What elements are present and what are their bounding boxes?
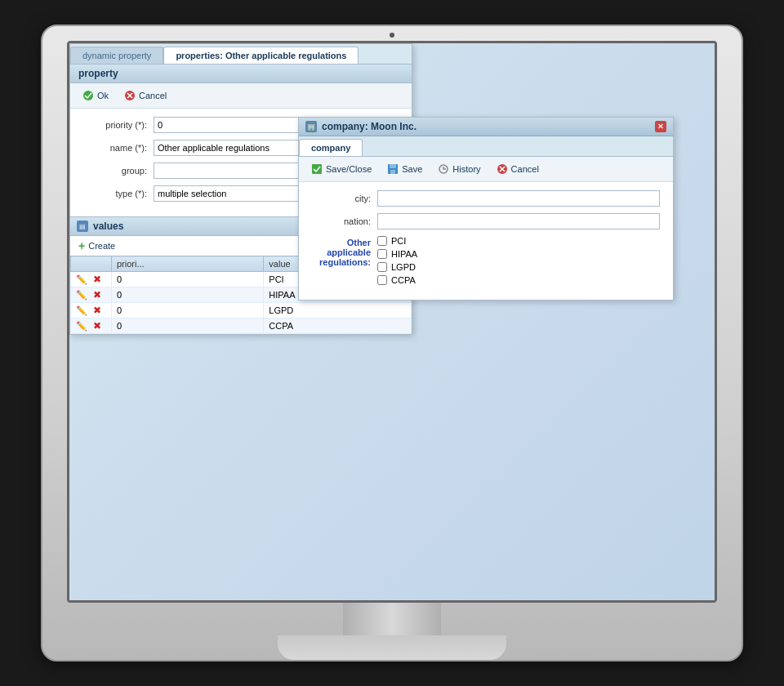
plus-icon: + <box>78 239 85 252</box>
company-close-button[interactable]: ✕ <box>655 121 666 132</box>
checkbox-item: CCPA <box>377 275 417 285</box>
nation-row: nation: <box>312 213 660 229</box>
company-toolbar: Save/Close Save History <box>299 157 673 182</box>
nation-input[interactable] <box>377 213 660 229</box>
delete-icon[interactable]: ✖ <box>93 274 101 285</box>
monitor: dynamic property properties: Other appli… <box>41 24 743 662</box>
company-tab-bar: company <box>299 136 673 157</box>
tab-company[interactable]: company <box>299 139 363 156</box>
cancel-icon <box>123 89 136 102</box>
checkbox-label-hipaa: HIPAA <box>391 249 417 259</box>
company-window: 🏢 company: Moon Inc. ✕ company <box>298 117 674 301</box>
row-priority: 0 <box>112 287 264 303</box>
city-row: city: <box>312 190 660 207</box>
monitor-stand-neck <box>343 603 441 635</box>
values-icon: ▤ <box>77 220 88 232</box>
priority-label: priority (*): <box>80 120 154 130</box>
row-priority: 0 <box>112 318 264 334</box>
checkbox-hipaa[interactable] <box>377 249 387 259</box>
checkbox-lgpd[interactable] <box>377 262 387 272</box>
row-priority: 0 <box>112 272 264 287</box>
company-form: city: nation: Other applicable regulatio… <box>299 182 673 300</box>
camera-dot <box>390 33 394 38</box>
save-close-icon <box>310 163 323 176</box>
row-actions: ✏️ ✖ <box>71 303 112 318</box>
row-value: CCPA <box>264 318 412 334</box>
ok-icon <box>82 89 95 102</box>
history-button[interactable]: History <box>434 161 483 177</box>
checkbox-label-ccpa: CCPA <box>391 275 416 285</box>
group-label: group: <box>80 166 154 176</box>
delete-icon[interactable]: ✖ <box>93 320 101 332</box>
nation-label: nation: <box>312 216 377 226</box>
ok-button[interactable]: Ok <box>78 87 112 104</box>
cancel-button[interactable]: Cancel <box>120 87 170 104</box>
screen-inner: dynamic property properties: Other appli… <box>69 43 715 600</box>
monitor-screen: dynamic property properties: Other appli… <box>67 41 717 603</box>
property-tab-bar: dynamic property properties: Other appli… <box>70 44 412 65</box>
type-label: type (*): <box>80 189 154 198</box>
regulations-label: Other applicable regulations: <box>312 236 377 267</box>
history-icon <box>437 163 450 176</box>
checkbox-item: HIPAA <box>377 249 417 259</box>
property-section-header: property <box>70 65 412 83</box>
city-label: city: <box>312 194 377 203</box>
delete-icon[interactable]: ✖ <box>93 305 101 316</box>
svg-rect-7 <box>390 170 395 174</box>
checkbox-ccpa[interactable] <box>377 275 387 285</box>
row-value: LGPD <box>264 303 412 318</box>
checkbox-list: PCI HIPAA LGPD CCPA <box>377 236 417 285</box>
company-cancel-icon <box>496 163 509 176</box>
checkbox-item: PCI <box>377 236 417 246</box>
city-input[interactable] <box>377 190 660 207</box>
table-row: ✏️ ✖ 0 LGPD <box>71 303 412 318</box>
checkbox-pci[interactable] <box>377 236 387 246</box>
edit-icon[interactable]: ✏️ <box>76 305 87 315</box>
edit-icon[interactable]: ✏️ <box>76 274 87 284</box>
delete-icon[interactable]: ✖ <box>93 289 101 301</box>
row-priority: 0 <box>112 303 264 318</box>
name-label: name (*): <box>80 143 154 153</box>
property-toolbar: Ok Cancel <box>70 83 412 109</box>
save-close-button[interactable]: Save/Close <box>307 161 375 177</box>
row-actions: ✏️ ✖ <box>71 272 112 287</box>
save-button[interactable]: Save <box>383 161 425 177</box>
table-row: ✏️ ✖ 0 CCPA <box>71 318 412 334</box>
col-priority: priori... <box>112 256 264 272</box>
svg-rect-6 <box>390 164 396 168</box>
col-actions <box>71 256 112 272</box>
edit-icon[interactable]: ✏️ <box>76 321 87 331</box>
svg-rect-4 <box>312 164 322 174</box>
monitor-stand-base <box>278 635 506 660</box>
company-titlebar: 🏢 company: Moon Inc. ✕ <box>299 118 673 136</box>
regulations-section: Other applicable regulations: PCI HIPAA … <box>312 236 660 285</box>
save-icon <box>386 163 399 176</box>
company-cancel-button[interactable]: Cancel <box>492 161 542 177</box>
company-title-text: company: Moon Inc. <box>322 121 650 132</box>
row-actions: ✏️ ✖ <box>71 318 112 334</box>
svg-point-0 <box>83 91 93 100</box>
company-title-icon: 🏢 <box>305 121 317 132</box>
checkbox-label-pci: PCI <box>391 236 406 246</box>
tab-properties[interactable]: properties: Other applicable regulations <box>163 47 359 64</box>
checkbox-label-lgpd: LGPD <box>391 262 416 272</box>
tab-dynamic-property[interactable]: dynamic property <box>70 47 163 64</box>
checkbox-item: LGPD <box>377 262 417 272</box>
edit-icon[interactable]: ✏️ <box>76 290 87 300</box>
row-actions: ✏️ ✖ <box>71 287 112 303</box>
